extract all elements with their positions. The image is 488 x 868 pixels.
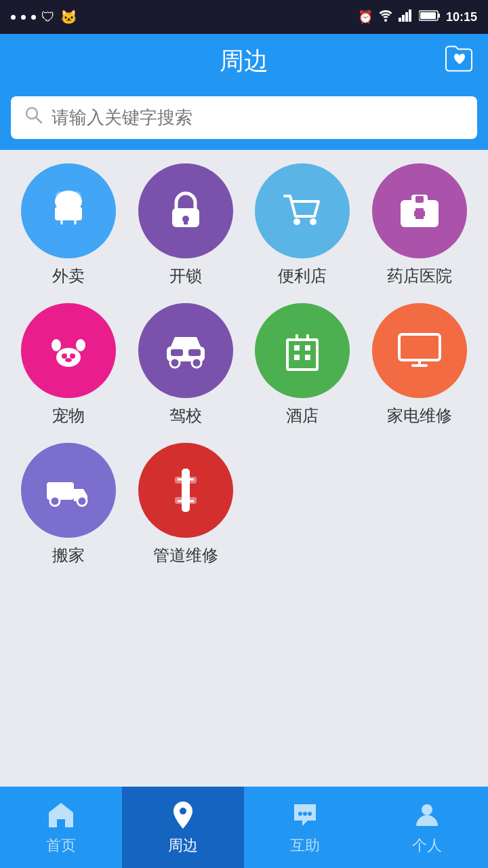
- svg-rect-3: [405, 12, 408, 22]
- svg-rect-6: [438, 14, 440, 18]
- bianli-label: 便利店: [278, 265, 327, 287]
- svg-point-49: [308, 812, 312, 816]
- jiaxiao-circle: [138, 303, 233, 398]
- svg-rect-1: [399, 18, 401, 22]
- svg-rect-38: [294, 355, 300, 360]
- shield-icon: 🛡: [41, 9, 55, 25]
- category-yaodian[interactable]: 药店医院: [365, 163, 475, 287]
- jiadian-circle: [372, 303, 467, 398]
- svg-rect-11: [55, 207, 82, 220]
- status-left: 🛡 🐱: [11, 9, 77, 25]
- yaodian-label: 药店医院: [387, 265, 452, 287]
- category-chongwu[interactable]: 宠物: [14, 303, 124, 427]
- chongwu-circle: [21, 303, 116, 398]
- svg-rect-34: [188, 349, 201, 356]
- yaodian-circle: [372, 163, 467, 258]
- category-waimai[interactable]: 外卖: [14, 163, 124, 287]
- alarm-icon: ⏰: [358, 9, 373, 24]
- svg-point-48: [303, 812, 307, 816]
- empty-space: [0, 580, 488, 783]
- battery-icon: [419, 9, 441, 25]
- signal-icon: [399, 9, 413, 25]
- svg-point-31: [170, 358, 180, 368]
- chongwu-label: 宠物: [52, 405, 85, 427]
- svg-rect-35: [287, 340, 317, 370]
- banjia-circle: [21, 443, 116, 538]
- category-banjia[interactable]: 搬家: [14, 443, 124, 566]
- svg-point-32: [192, 358, 201, 368]
- svg-line-9: [36, 117, 41, 123]
- svg-point-29: [65, 358, 72, 362]
- svg-point-18: [310, 218, 317, 225]
- svg-rect-40: [399, 334, 440, 360]
- svg-point-24: [56, 348, 81, 367]
- svg-rect-7: [420, 12, 436, 19]
- search-bar: [11, 96, 477, 139]
- jiadian-label: 家电维修: [387, 405, 452, 427]
- svg-point-50: [422, 804, 432, 815]
- dot2: [21, 15, 26, 20]
- kaisuo-circle: [138, 163, 233, 258]
- category-guandao[interactable]: 管道维修: [131, 443, 241, 566]
- waimai-label: 外卖: [52, 265, 85, 287]
- home-icon: [45, 799, 77, 831]
- svg-rect-44: [182, 469, 190, 512]
- svg-point-25: [52, 339, 61, 351]
- svg-rect-16: [184, 219, 188, 224]
- svg-rect-2: [402, 15, 405, 22]
- search-input[interactable]: [52, 107, 464, 128]
- waimai-circle: [21, 163, 116, 258]
- tab-nearby-label: 周边: [168, 835, 198, 856]
- category-kaisuo[interactable]: 开锁: [131, 163, 241, 287]
- svg-point-26: [76, 339, 85, 351]
- search-icon: [24, 106, 43, 130]
- svg-point-12: [56, 191, 65, 201]
- svg-point-42: [50, 496, 60, 506]
- jiaxiao-label: 驾校: [169, 405, 202, 427]
- category-jiaxiao[interactable]: 驾校: [131, 303, 241, 427]
- category-bianli[interactable]: 便利店: [247, 163, 358, 287]
- tab-profile-label: 个人: [412, 835, 442, 856]
- svg-rect-33: [171, 349, 183, 356]
- location-icon: [167, 799, 199, 831]
- svg-rect-23: [414, 211, 425, 216]
- category-jiadian[interactable]: 家电维修: [365, 303, 475, 427]
- bottom-tab-bar: 首页 周边 互助 个人: [0, 787, 488, 868]
- top-nav: 周边: [0, 34, 488, 88]
- kaisuo-label: 开锁: [169, 265, 202, 287]
- tab-home[interactable]: 首页: [0, 787, 122, 868]
- banjia-label: 搬家: [52, 545, 85, 566]
- page-title: 周边: [220, 45, 268, 78]
- category-grid: 外卖开锁便利店药店医院宠物驾校酒店家电维修搬家管道维修: [0, 150, 488, 580]
- wifi-icon: [378, 9, 393, 25]
- tab-profile[interactable]: 个人: [366, 787, 488, 868]
- status-bar: 🛡 🐱 ⏰ 10:: [0, 0, 488, 34]
- tab-help[interactable]: 互助: [244, 787, 366, 868]
- svg-rect-39: [305, 355, 310, 360]
- tab-nearby[interactable]: 周边: [122, 787, 244, 868]
- svg-rect-37: [305, 345, 310, 351]
- category-jiudian[interactable]: 酒店: [247, 303, 358, 427]
- svg-rect-21: [415, 196, 424, 203]
- jiudian-circle: [255, 303, 350, 398]
- dot3: [31, 15, 36, 20]
- folder-heart-button[interactable]: [445, 45, 474, 77]
- dot1: [11, 15, 16, 20]
- cat-icon: 🐱: [60, 9, 77, 25]
- svg-point-17: [293, 218, 300, 225]
- guandao-label: 管道维修: [153, 545, 218, 566]
- svg-point-43: [77, 496, 87, 506]
- svg-rect-4: [409, 9, 411, 22]
- tab-help-label: 互助: [290, 835, 320, 856]
- svg-point-13: [72, 191, 81, 201]
- chat-icon: [289, 799, 321, 831]
- svg-point-28: [70, 353, 75, 359]
- time: 10:15: [446, 10, 477, 24]
- search-bar-wrap: [0, 88, 488, 150]
- jiudian-label: 酒店: [286, 405, 319, 427]
- svg-rect-45: [175, 477, 197, 484]
- svg-point-0: [384, 19, 387, 22]
- svg-point-27: [62, 353, 67, 359]
- guandao-circle: [138, 443, 233, 538]
- status-right: ⏰ 10:15: [358, 9, 477, 25]
